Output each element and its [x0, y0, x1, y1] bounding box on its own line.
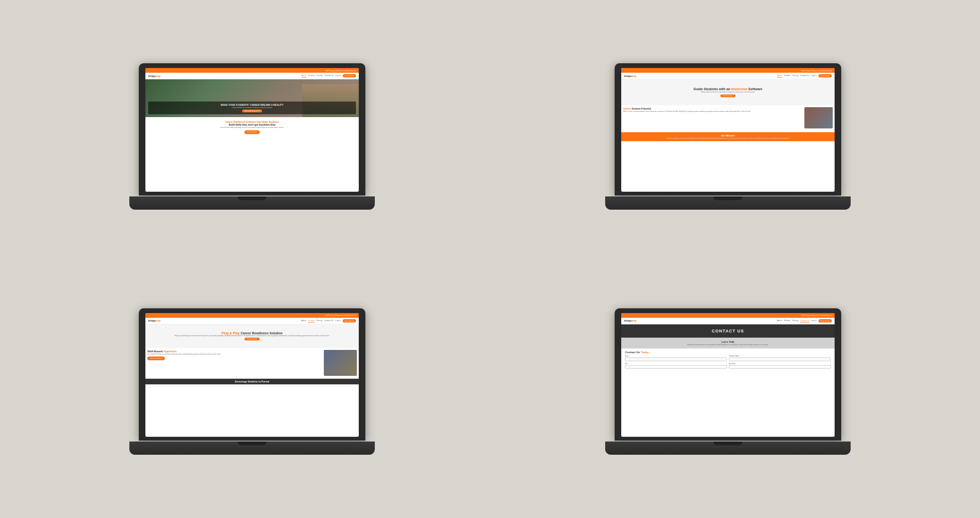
contact-institution-input[interactable] — [729, 357, 831, 361]
about-nav-links: About Product Pricing Contact Us Log In … — [777, 74, 832, 77]
about-hero-btn[interactable]: View Curriculum — [720, 94, 735, 97]
product-nav-contact[interactable]: Contact Us — [324, 319, 334, 323]
laptop-product-body: GetPricing | Request an Assessment bridg… — [139, 308, 365, 455]
contact-title-input[interactable] — [625, 365, 727, 369]
contact-talk-sub: Rethinking next-generation career prepar… — [687, 344, 769, 346]
home-nav-product[interactable]: Product — [308, 74, 315, 77]
about-mission-bar: Our Mission Since our inception, we have… — [621, 132, 835, 141]
contact-institution-field: Institution Name * — [729, 355, 831, 361]
product-hero: Plug & Play Career Readiness Solution He… — [145, 324, 359, 348]
about-hero: Guide Students with an Immersive Softwar… — [621, 79, 835, 105]
contact-main-nav: bridgeprep About Product Pricing Contact… — [621, 318, 835, 324]
contact-form-row2: Title City, State — [625, 363, 831, 369]
about-nav-pricing[interactable]: Pricing — [792, 74, 798, 77]
contact-city-label: City, State — [729, 363, 831, 365]
contact-name-input[interactable] — [625, 357, 727, 361]
contact-name-label: Name * — [625, 355, 727, 357]
about-mission-title: Our Mission — [624, 134, 832, 137]
product-nav-login[interactable]: Log In — [335, 319, 340, 323]
laptop-home: GetPricing | Request an Assessment bridg… — [28, 28, 476, 245]
home-section-sub: Focused on the skills, knowledge, and to… — [145, 126, 359, 129]
about-nav-product[interactable]: Product — [784, 74, 791, 77]
product-encourage-title: Encourage Students to Pursue — [148, 380, 356, 383]
home-nav-contact[interactable]: Contact Us — [324, 74, 334, 77]
about-nav-cta[interactable]: View Demo — [819, 74, 832, 77]
contact-institution-label: Institution Name * — [729, 355, 831, 357]
product-nav-links: About Product Pricing Contact Us Log In … — [301, 319, 356, 323]
laptop-home-body: GetPricing | Request an Assessment bridg… — [139, 63, 365, 210]
laptop-product-screen: GetPricing | Request an Assessment bridg… — [145, 313, 359, 437]
home-hero-image: MAKE YOUR STUDENTS' CAREER DREAMS A REAL… — [145, 79, 359, 117]
product-nav-cta[interactable]: View Demo — [343, 319, 356, 323]
product-nav-pricing[interactable]: Pricing — [316, 319, 322, 323]
contact-city-input[interactable] — [729, 365, 831, 369]
contact-nav-links: About Product Pricing Contact Us Log In … — [777, 319, 832, 323]
product-top-nav-text: GetPricing | Request an Assessment — [325, 314, 356, 316]
laptop-contact-screen: GetPricing | Request an Assessment bridg… — [621, 313, 835, 437]
product-skill-btn[interactable]: View Curriculum — [147, 357, 165, 360]
about-top-nav: GetPricing | Request an Assessment — [621, 68, 835, 73]
about-hero-sub: Helping students find careers that fit t… — [701, 91, 755, 93]
main-grid: GetPricing | Request an Assessment bridg… — [0, 0, 980, 518]
contact-title-field: Title — [625, 363, 727, 369]
contact-nav-pricing[interactable]: Pricing — [792, 319, 798, 323]
home-hero-overlay: MAKE YOUR STUDENTS' CAREER DREAMS A REAL… — [148, 102, 356, 114]
contact-hero: CONTACT US — [621, 324, 835, 338]
about-mission-text: Since our inception, we have been dedica… — [624, 137, 832, 139]
home-nav-cta[interactable]: Free Demo — [343, 74, 356, 77]
home-section-btn[interactable]: How It Works — [245, 130, 260, 134]
home-hero-title: MAKE YOUR STUDENTS' CAREER DREAMS A REAL… — [151, 103, 353, 106]
about-nav-about[interactable]: About — [777, 74, 782, 77]
about-text-col: Unlock Student Potential When it comes t… — [623, 107, 803, 128]
laptop-about-body: GetPricing | Request an Assessment bridg… — [615, 63, 841, 210]
home-top-nav-text: GetPricing | Request an Assessment — [325, 69, 356, 72]
home-hero-btn[interactable]: Request An Assessment — [242, 110, 262, 112]
laptop-about: GetPricing | Request an Assessment bridg… — [504, 28, 952, 245]
product-nav-about[interactable]: About — [301, 319, 306, 323]
contact-name-field: Name * — [625, 355, 727, 361]
laptop-about-screen: GetPricing | Request an Assessment bridg… — [621, 68, 835, 192]
contact-hero-title: CONTACT US — [712, 329, 744, 333]
contact-nav-login[interactable]: Log In — [811, 319, 816, 323]
product-skill-title: Skill-Based Approach — [147, 350, 322, 353]
home-nav-about[interactable]: About — [302, 74, 306, 77]
about-hero-title: Guide Students with an Immersive Softwar… — [693, 87, 762, 91]
laptop-contact: GetPricing | Request an Assessment bridg… — [504, 273, 952, 490]
about-nav-contact[interactable]: Contact Us — [800, 74, 810, 77]
contact-talk-title: Let's Talk — [722, 340, 735, 343]
contact-city-field: City, State — [729, 363, 831, 369]
contact-nav-contact[interactable]: Contact Us — [800, 319, 810, 323]
about-top-nav-text: GetPricing | Request an Assessment — [801, 69, 832, 72]
home-career-section: Career Readiness Software that Helps Stu… — [145, 117, 359, 137]
contact-top-nav-text: GetPricing | Request an Assessment — [801, 314, 832, 316]
product-text-col: Skill-Based Approach Your students will … — [147, 350, 322, 376]
laptop-product: GetPricing | Request an Assessment bridg… — [28, 273, 476, 490]
contact-form-section: Contact Us Today Name * Institution Name… — [621, 348, 835, 371]
laptop-product-bezel: GetPricing | Request an Assessment bridg… — [139, 308, 365, 441]
contact-title-label: Title — [625, 363, 727, 365]
contact-nav-cta[interactable]: View Demo — [819, 319, 832, 323]
laptop-contact-bezel: GetPricing | Request an Assessment bridg… — [615, 308, 841, 441]
contact-logo: bridgeprep — [624, 319, 636, 322]
about-main-nav: bridgeprep About Product Pricing Contact… — [621, 73, 835, 79]
home-section-orange: Career Readiness Software that Helps Stu… — [145, 119, 359, 123]
product-image — [324, 350, 357, 376]
home-nav-pricing[interactable]: Pricing — [317, 74, 322, 77]
product-content: Skill-Based Approach Your students will … — [145, 348, 359, 378]
contact-nav-about[interactable]: About — [777, 319, 782, 323]
product-nav-product[interactable]: Product — [308, 319, 315, 323]
about-image — [804, 107, 833, 128]
about-title-orange: Immersive — [731, 87, 748, 91]
about-logo: bridgeprep — [624, 75, 636, 77]
product-hero-btn[interactable]: View Curriculum — [245, 338, 260, 340]
home-nav-login[interactable]: Log In — [336, 74, 341, 77]
contact-nav-product[interactable]: Product — [784, 319, 791, 323]
about-nav-login[interactable]: Log In — [811, 74, 816, 77]
contact-talk-section: Let's Talk Rethinking next-generation ca… — [621, 338, 835, 348]
laptop-home-bezel: GetPricing | Request an Assessment bridg… — [139, 63, 365, 195]
contact-form-title: Contact Us Today — [625, 351, 831, 354]
about-title-plain: Guide Students with an — [693, 87, 731, 91]
contact-form-row1: Name * Institution Name * — [625, 355, 831, 361]
home-laptop-base — [129, 196, 375, 210]
contact-laptop-base — [605, 442, 851, 455]
